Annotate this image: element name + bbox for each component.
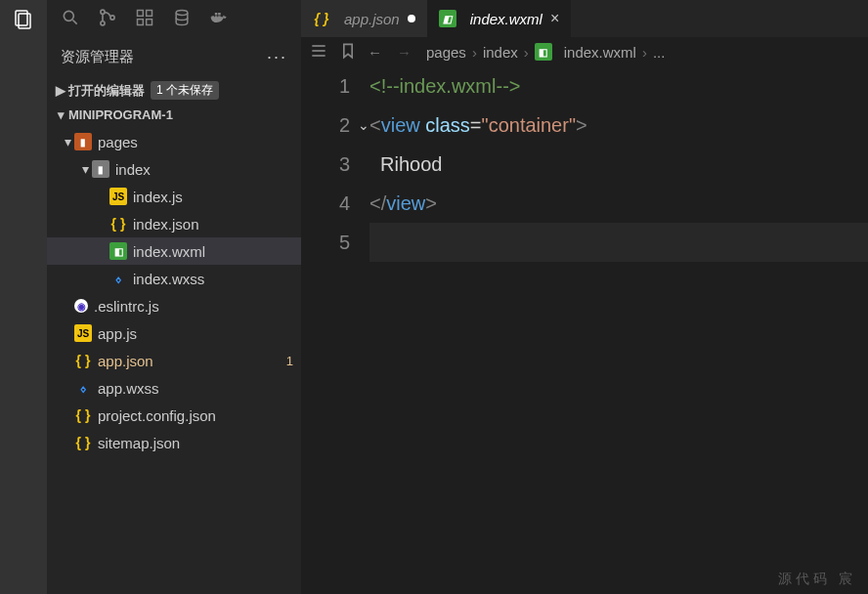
tree-item-project-config-json[interactable]: { }project.config.json: [47, 402, 301, 429]
gutter: ⌄ 12345: [301, 66, 369, 594]
tree-item-label: project.config.json: [98, 407, 293, 424]
code-line-1[interactable]: <!--index.wxml-->: [369, 66, 868, 106]
tree-item-label: app.json: [98, 353, 286, 369]
tree-item-label: index.js: [133, 189, 293, 205]
breadcrumb-part[interactable]: pages: [426, 44, 466, 61]
sidebar-title: 资源管理器: [61, 48, 134, 66]
tree-item-index-js[interactable]: JSindex.js: [47, 183, 301, 210]
docker-icon[interactable]: [209, 8, 229, 27]
code-line-3[interactable]: Rihood: [369, 145, 868, 184]
tree-item-label: app.js: [98, 325, 293, 342]
sidebar-header: 资源管理器 ···: [47, 41, 301, 77]
main-area: { }app.json◧index.wxml× ← → pages›index›…: [301, 0, 868, 594]
breadcrumb-separator: ›: [524, 44, 529, 61]
chevron-icon: ▾: [78, 161, 92, 177]
svg-rect-10: [147, 11, 152, 17]
open-editors-header[interactable]: ▶ 打开的编辑器 1 个未保存: [47, 77, 301, 104]
folder-icon: ▮: [92, 160, 109, 178]
wxss-icon: ⬨: [74, 379, 92, 397]
breadcrumb-part[interactable]: ...: [653, 44, 666, 61]
tree-item-label: index: [115, 161, 293, 178]
json-icon: { }: [109, 215, 127, 233]
tab-label: index.wxml: [470, 11, 542, 27]
wxss-icon: ⬨: [109, 270, 127, 287]
tree-item-label: pages: [98, 134, 293, 150]
activity-bar: [0, 0, 47, 594]
source-control-icon[interactable]: [98, 8, 117, 27]
code-line-2[interactable]: <view class="container">: [369, 106, 868, 145]
back-icon[interactable]: ←: [368, 44, 387, 61]
forward-icon[interactable]: →: [397, 44, 416, 61]
js-icon: JS: [74, 324, 92, 342]
explorer-icon[interactable]: [12, 8, 35, 31]
code-editor[interactable]: ⌄ 12345 <!--index.wxml--><view class="co…: [301, 66, 868, 594]
tree-item-index-wxml[interactable]: ◧index.wxml: [47, 237, 301, 265]
svg-point-11: [176, 11, 188, 16]
extensions-icon[interactable]: [135, 8, 154, 27]
top-toolbar: [47, 8, 229, 27]
bookmark-icon[interactable]: [338, 41, 358, 64]
more-icon[interactable]: ···: [267, 47, 287, 67]
chevron-down-icon: ▾: [53, 107, 68, 122]
list-icon[interactable]: [309, 41, 328, 64]
wxml-icon: ◧: [535, 43, 552, 61]
tree-item-label: index.wxml: [133, 243, 293, 260]
breadcrumb[interactable]: pages›index›◧index.wxml›...: [426, 43, 665, 61]
tree-item-sitemap-json[interactable]: { }sitemap.json: [47, 429, 301, 456]
sidebar: 资源管理器 ··· ▶ 打开的编辑器 1 个未保存 ▾ MINIPROGRAM-…: [47, 0, 301, 594]
database-icon[interactable]: [172, 8, 192, 27]
svg-rect-16: [218, 13, 221, 16]
code-line-4[interactable]: </view>: [369, 184, 868, 223]
wxml-icon: ◧: [439, 10, 456, 27]
project-header[interactable]: ▾ MINIPROGRAM-1: [47, 104, 301, 126]
svg-point-4: [101, 10, 105, 14]
project-label: MINIPROGRAM-1: [68, 107, 173, 122]
tree-item-app-js[interactable]: JSapp.js: [47, 319, 301, 347]
unsaved-badge: 1 个未保存: [151, 81, 219, 100]
tree-item-pages[interactable]: ▾▮pages: [47, 128, 301, 155]
svg-line-3: [73, 21, 77, 24]
breadcrumb-separator: ›: [472, 44, 477, 61]
modification-count: 1: [286, 354, 293, 368]
tree-item-label: sitemap.json: [98, 435, 293, 451]
open-editors-label: 打开的编辑器: [68, 82, 145, 100]
tab-app-json[interactable]: { }app.json: [301, 0, 427, 37]
folder-pages-icon: ▮: [74, 133, 92, 150]
tree-item-app-json[interactable]: { }app.json1: [47, 347, 301, 374]
breadcrumb-part[interactable]: index.wxml: [564, 44, 636, 61]
tree-item-index[interactable]: ▾▮index: [47, 155, 301, 183]
breadcrumb-part[interactable]: index: [483, 44, 518, 61]
tree-item-label: app.wxss: [98, 380, 293, 397]
tree-item-label: index.wxss: [133, 271, 293, 287]
js-icon: JS: [109, 188, 127, 205]
chevron-icon: ▾: [61, 134, 74, 149]
json-icon: { }: [74, 434, 92, 451]
code-area[interactable]: <!--index.wxml--><view class="container"…: [369, 66, 868, 594]
code-line-5[interactable]: [369, 223, 868, 262]
tab-bar: { }app.json◧index.wxml×: [301, 0, 868, 37]
eslint-icon: ◉: [74, 299, 88, 313]
json-icon: { }: [74, 352, 92, 369]
svg-point-5: [101, 21, 105, 25]
tree-item-label: index.json: [133, 216, 293, 233]
json-icon: { }: [74, 406, 92, 424]
svg-rect-9: [147, 20, 152, 25]
breadcrumb-separator: ›: [642, 44, 647, 61]
tab-label: app.json: [344, 11, 400, 27]
tree-item-app-wxss[interactable]: ⬨app.wxss: [47, 374, 301, 402]
svg-point-2: [64, 11, 73, 21]
search-icon[interactable]: [61, 8, 80, 27]
tree-item-index-wxss[interactable]: ⬨index.wxss: [47, 265, 301, 292]
tab-index-wxml[interactable]: ◧index.wxml×: [427, 0, 572, 37]
svg-rect-15: [215, 13, 218, 16]
dirty-indicator: [408, 15, 415, 22]
chevron-right-icon: ▶: [53, 83, 68, 98]
close-icon[interactable]: ×: [550, 10, 559, 27]
fold-chevron-icon[interactable]: ⌄: [358, 106, 369, 145]
breadcrumb-bar: ← → pages›index›◧index.wxml›...: [301, 37, 868, 66]
svg-point-6: [110, 16, 114, 20]
json-icon: { }: [313, 10, 330, 27]
tree-item-index-json[interactable]: { }index.json: [47, 210, 301, 237]
tree-item--eslintrc-js[interactable]: ◉.eslintrc.js: [47, 292, 301, 319]
tree-item-label: .eslintrc.js: [94, 298, 293, 315]
